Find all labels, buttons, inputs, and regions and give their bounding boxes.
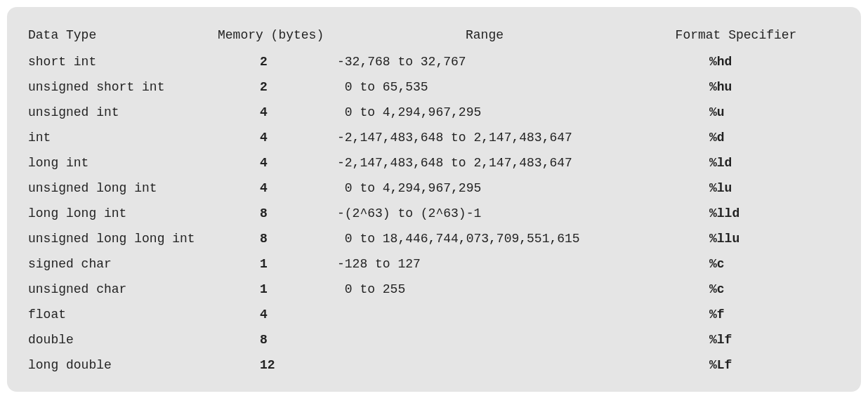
header-data-type: Data Type: [28, 22, 218, 48]
cell-memory: 12: [218, 352, 337, 378]
cell-data-type: unsigned short int: [28, 74, 218, 100]
header-memory: Memory (bytes): [218, 22, 337, 48]
cell-format-specifier: %lu: [632, 176, 840, 201]
cell-memory: 4: [218, 150, 337, 176]
cell-data-type: double: [28, 327, 218, 352]
table-row: signed char 1 -128 to 127 %c: [28, 251, 840, 277]
cell-memory: 4: [218, 176, 337, 201]
cell-format-specifier: %llu: [632, 226, 840, 251]
table-row: unsigned long int 4 0 to 4,294,967,295 %…: [28, 176, 840, 201]
cell-range: 0 to 4,294,967,295: [337, 176, 632, 201]
cell-range: 0 to 65,535: [337, 74, 632, 100]
cell-data-type: int: [28, 125, 218, 150]
cell-format-specifier: %c: [632, 277, 840, 302]
table-row: unsigned short int 2 0 to 65,535 %hu: [28, 74, 840, 100]
cell-format-specifier: %lf: [632, 327, 840, 352]
cell-memory: 2: [218, 49, 337, 74]
table-row: int 4 -2,147,483,648 to 2,147,483,647 %d: [28, 125, 840, 150]
cell-data-type: unsigned int: [28, 100, 218, 125]
cell-memory: 2: [218, 74, 337, 100]
cell-format-specifier: %hu: [632, 74, 840, 100]
cell-memory: 4: [218, 125, 337, 150]
cell-data-type: long long int: [28, 201, 218, 226]
table-row: unsigned char 1 0 to 255 %c: [28, 277, 840, 302]
cell-memory: 4: [218, 302, 337, 327]
cell-format-specifier: %c: [632, 251, 840, 277]
cell-format-specifier: %Lf: [632, 352, 840, 378]
table-row: double 8 %lf: [28, 327, 840, 352]
cell-range: 0 to 255: [337, 277, 632, 302]
cell-memory: 8: [218, 327, 337, 352]
cell-data-type: long int: [28, 150, 218, 176]
cell-range: 0 to 18,446,744,073,709,551,615: [337, 226, 632, 251]
cell-memory: 8: [218, 226, 337, 251]
cell-range: -32,768 to 32,767: [337, 49, 632, 74]
table-row: short int 2 -32,768 to 32,767 %hd: [28, 49, 840, 74]
table-row: long int 4 -2,147,483,648 to 2,147,483,6…: [28, 150, 840, 176]
cell-range: -2,147,483,648 to 2,147,483,647: [337, 125, 632, 150]
cell-data-type: float: [28, 302, 218, 327]
cell-format-specifier: %ld: [632, 150, 840, 176]
cell-memory: 1: [218, 277, 337, 302]
cell-format-specifier: %d: [632, 125, 840, 150]
cell-data-type: unsigned char: [28, 277, 218, 302]
table-row: unsigned long long int 8 0 to 18,446,744…: [28, 226, 840, 251]
cell-memory: 8: [218, 201, 337, 226]
cell-format-specifier: %u: [632, 100, 840, 125]
cell-format-specifier: %lld: [632, 201, 840, 226]
header-range: Range: [337, 22, 632, 48]
cell-data-type: signed char: [28, 251, 218, 277]
table-row: float 4 %f: [28, 302, 840, 327]
cell-range: -2,147,483,648 to 2,147,483,647: [337, 150, 632, 176]
cell-memory: 1: [218, 251, 337, 277]
cell-data-type: unsigned long int: [28, 176, 218, 201]
cell-format-specifier: %hd: [632, 49, 840, 74]
header-format-specifier: Format Specifier: [632, 22, 840, 48]
cell-data-type: long double: [28, 352, 218, 378]
cell-range: -(2^63) to (2^63)-1: [337, 201, 632, 226]
cell-data-type: short int: [28, 49, 218, 74]
cell-format-specifier: %f: [632, 302, 840, 327]
cell-data-type: unsigned long long int: [28, 226, 218, 251]
table-row: long double 12 %Lf: [28, 352, 840, 378]
cell-memory: 4: [218, 100, 337, 125]
cell-range: 0 to 4,294,967,295: [337, 100, 632, 125]
data-types-table: Data Type Memory (bytes) Range Format Sp…: [7, 7, 861, 392]
table-row: long long int 8 -(2^63) to (2^63)-1 %lld: [28, 201, 840, 226]
table-row: unsigned int 4 0 to 4,294,967,295 %u: [28, 100, 840, 125]
table-header-row: Data Type Memory (bytes) Range Format Sp…: [28, 22, 840, 48]
cell-range: -128 to 127: [337, 251, 632, 277]
